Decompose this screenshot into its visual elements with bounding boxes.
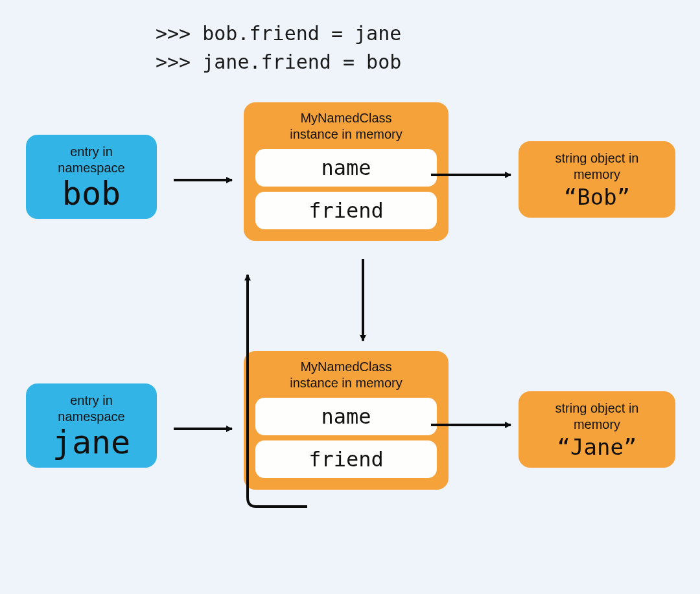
instance-label: MyNamedClass instance in memory	[255, 110, 437, 143]
string-label: string object in memory	[522, 400, 671, 433]
string-value-jane: “Jane”	[522, 434, 671, 460]
attr-slot-friend-jane: friend	[255, 440, 437, 478]
namespace-label: entry in namespace	[30, 393, 153, 425]
instance-box-jane: MyNamedClass instance in memory name fri…	[244, 351, 449, 490]
instance-label: MyNamedClass instance in memory	[255, 359, 437, 391]
namespace-entry-jane: entry in namespace jane	[26, 383, 157, 468]
code-line-2: >>> jane.friend = bob	[156, 48, 401, 76]
attr-slot-friend-bob: friend	[255, 192, 437, 229]
repl-code: >>> bob.friend = jane >>> jane.friend = …	[156, 19, 401, 76]
string-value-bob: “Bob”	[522, 184, 671, 210]
string-label: string object in memory	[522, 150, 671, 183]
arrows-layer	[0, 0, 700, 594]
string-box-jane: string object in memory “Jane”	[519, 391, 675, 468]
code-line-1: >>> bob.friend = jane	[156, 19, 401, 48]
instance-box-bob: MyNamedClass instance in memory name fri…	[244, 102, 449, 241]
namespace-entry-bob: entry in namespace bob	[26, 135, 157, 219]
attr-slot-name-jane: name	[255, 398, 437, 435]
attr-slot-name-bob: name	[255, 149, 437, 187]
namespace-name-bob: bob	[30, 175, 153, 212]
string-box-bob: string object in memory “Bob”	[519, 141, 675, 218]
namespace-name-jane: jane	[30, 424, 153, 461]
namespace-label: entry in namespace	[30, 144, 153, 176]
